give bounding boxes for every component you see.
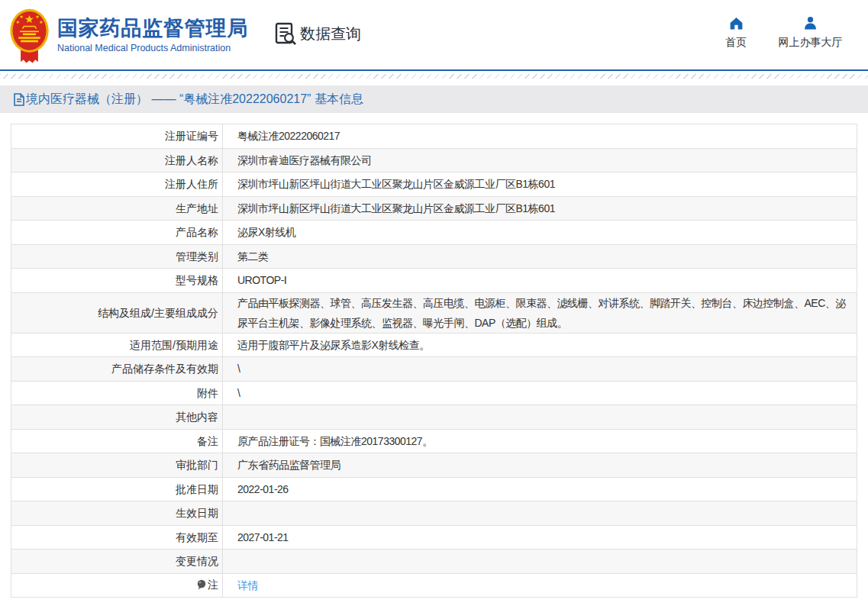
row-label: 批准日期	[11, 477, 223, 501]
org-name-cn: 国家药品监督管理局	[57, 17, 248, 40]
row-label: 注册人名称	[11, 148, 223, 172]
row-value: \	[223, 381, 857, 405]
table-row: 注详情	[11, 573, 857, 598]
row-label: 产品储存条件及有效期	[11, 357, 223, 382]
row-label: 产品名称	[11, 221, 223, 245]
table-row: 生效日期	[11, 501, 857, 526]
data-query-icon	[273, 21, 298, 47]
nav-home[interactable]: 首页	[713, 15, 759, 50]
table-row: 产品名称泌尿X射线机	[11, 221, 857, 245]
row-value: 适用于腹部平片及泌尿系造影X射线检查。	[223, 333, 857, 357]
note-icon	[197, 576, 206, 596]
table-row: 适用范围/预期用途适用于腹部平片及泌尿系造影X射线检查。	[11, 333, 857, 357]
page-title: 境内医疗器械（注册） —— “粤械注准20222060217” 基本信息	[26, 92, 363, 108]
org-name-en: National Medical Products Administration	[57, 43, 248, 53]
table-row: 批准日期2022-01-26	[11, 477, 857, 501]
table-row: 其他内容	[11, 405, 857, 430]
row-value: UROTOP-Ⅰ	[223, 269, 857, 293]
brand[interactable]: ★ ★ ★ ★ ★ 国家药品监督管理局 National Medical Pro…	[8, 7, 248, 63]
stripe-band	[0, 74, 868, 79]
site-header: ★ ★ ★ ★ ★ 国家药品监督管理局 National Medical Pro…	[0, 0, 868, 69]
table-row: 管理类别第二类	[11, 244, 857, 269]
table-row: 有效期至2027-01-21	[11, 525, 857, 550]
user-icon	[802, 15, 818, 31]
data-query-nav[interactable]: 数据查询	[273, 21, 361, 47]
row-label: 适用范围/预期用途	[11, 333, 223, 357]
row-value	[223, 501, 857, 526]
svg-text:★: ★	[39, 18, 44, 24]
table-row: 注册人名称深圳市睿迪医疗器械有限公司	[11, 148, 857, 172]
table-row: 生产地址深圳市坪山新区坪山街道大工业区聚龙山片区金威源工业厂区B1栋601	[11, 196, 857, 221]
row-value	[223, 405, 857, 430]
svg-text:★: ★	[16, 18, 21, 24]
home-icon	[728, 15, 744, 31]
table-row: 注册人住所深圳市坪山新区坪山街道大工业区聚龙山片区金威源工业厂区B1栋601	[11, 172, 857, 197]
row-value: 原产品注册证号：国械注准20173300127。	[223, 429, 857, 453]
row-value: 2027-01-21	[223, 525, 857, 550]
row-label: 备注	[11, 429, 223, 453]
svg-text:★: ★	[24, 12, 34, 24]
row-value: 深圳市睿迪医疗器械有限公司	[223, 148, 857, 172]
details-link[interactable]: 详情	[237, 579, 258, 591]
info-table-wrap: 注册证编号粤械注准20222060217注册人名称深圳市睿迪医疗器械有限公司注册…	[11, 124, 857, 598]
row-label: 注册证编号	[11, 124, 223, 149]
row-label: 型号规格	[11, 269, 223, 293]
row-value	[223, 550, 857, 574]
top-nav: 首页 网上办事大厅	[713, 15, 862, 50]
table-row: 变更情况	[11, 550, 857, 574]
page-title-bar: 境内医疗器械（注册） —— “粤械注准20222060217” 基本信息	[0, 85, 868, 113]
row-value: 第二类	[223, 244, 857, 269]
row-label: 注	[11, 573, 223, 598]
row-value: 产品由平板探测器、球管、高压发生器、高压电缆、电源柜、限束器、滤线栅、对讲系统、…	[223, 292, 857, 333]
nav-home-label: 首页	[725, 36, 747, 50]
table-row: 结构及组成/主要组成成分产品由平板探测器、球管、高压发生器、高压电缆、电源柜、限…	[11, 292, 857, 333]
table-row: 附件\	[11, 381, 857, 405]
row-label: 变更情况	[11, 550, 223, 574]
row-label: 审批部门	[11, 453, 223, 478]
table-row: 产品储存条件及有效期\	[11, 357, 857, 382]
nav-hall-label: 网上办事大厅	[779, 36, 843, 50]
row-label: 附件	[11, 381, 223, 405]
row-value: 广东省药品监督管理局	[223, 453, 857, 478]
row-value: 2022-01-26	[223, 477, 857, 501]
row-value: 详情	[223, 573, 857, 598]
svg-text:★: ★	[19, 14, 24, 19]
info-table: 注册证编号粤械注准20222060217注册人名称深圳市睿迪医疗器械有限公司注册…	[11, 124, 857, 598]
data-query-label: 数据查询	[300, 24, 361, 44]
stripe-band-wrap	[0, 71, 868, 85]
row-label: 生产地址	[11, 196, 223, 221]
info-table-body: 注册证编号粤械注准20222060217注册人名称深圳市睿迪医疗器械有限公司注册…	[11, 124, 857, 598]
table-row: 审批部门广东省药品监督管理局	[11, 453, 857, 478]
table-row: 注册证编号粤械注准20222060217	[11, 124, 857, 149]
row-value: 深圳市坪山新区坪山街道大工业区聚龙山片区金威源工业厂区B1栋601	[223, 172, 857, 197]
nav-hall[interactable]: 网上办事大厅	[759, 15, 862, 50]
row-label: 注册人住所	[11, 172, 223, 197]
table-row: 型号规格UROTOP-Ⅰ	[11, 269, 857, 293]
row-label: 其他内容	[11, 405, 223, 430]
row-value: 粤械注准20222060217	[223, 124, 857, 149]
row-value: \	[223, 357, 857, 382]
row-value: 泌尿X射线机	[223, 221, 857, 245]
row-value: 深圳市坪山新区坪山街道大工业区聚龙山片区金威源工业厂区B1栋601	[223, 196, 857, 221]
row-label: 管理类别	[11, 244, 223, 269]
table-row: 备注原产品注册证号：国械注准20173300127。	[11, 429, 857, 453]
row-label: 有效期至	[11, 525, 223, 550]
national-emblem-logo: ★ ★ ★ ★ ★	[8, 7, 51, 63]
document-icon	[14, 93, 24, 106]
row-label: 生效日期	[11, 501, 223, 526]
row-label: 结构及组成/主要组成成分	[11, 292, 223, 333]
